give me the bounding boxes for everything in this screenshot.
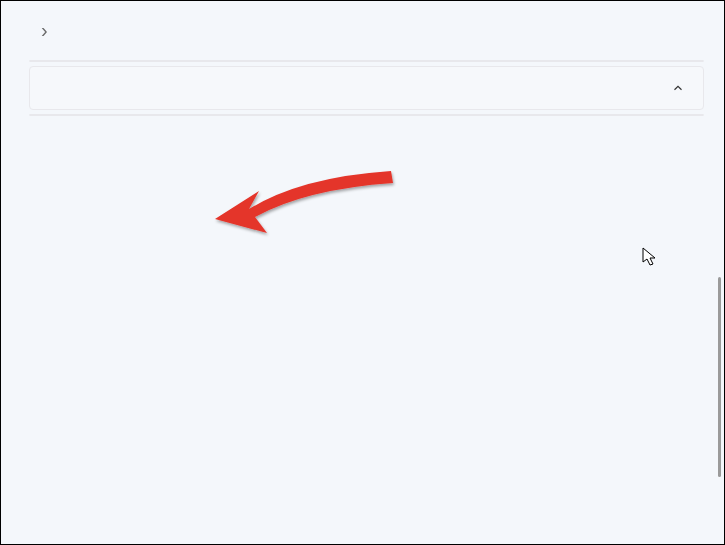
overflow-apps-group — [29, 114, 704, 116]
taskbar-corner-overflow-header[interactable] — [29, 66, 704, 110]
scrollbar-thumb[interactable] — [718, 277, 721, 477]
breadcrumb-separator: › — [41, 19, 48, 42]
cursor-icon — [642, 247, 660, 267]
taskbar-corner-icons-group — [29, 60, 704, 62]
breadcrumb: › — [29, 19, 704, 42]
chevron-up-icon — [671, 81, 685, 95]
red-arrow-annotation — [211, 159, 401, 249]
